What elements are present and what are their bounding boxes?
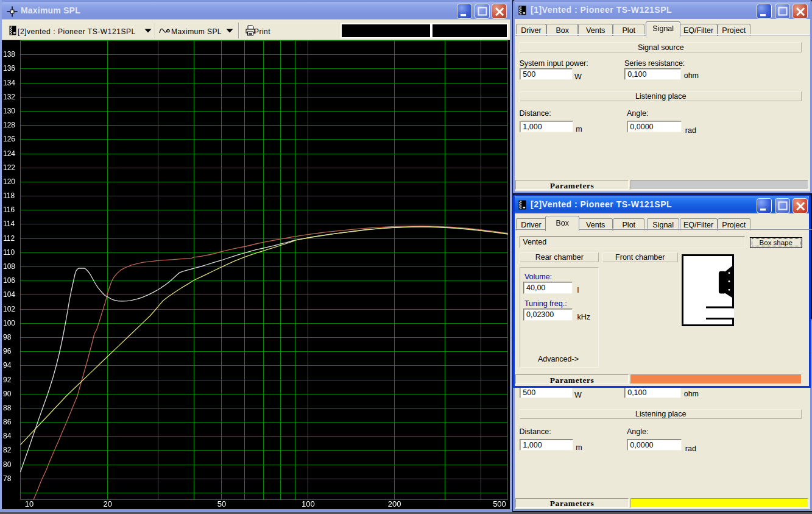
svg-text:86: 86 bbox=[3, 418, 12, 426]
svg-text:92: 92 bbox=[3, 376, 12, 384]
svg-text:500: 500 bbox=[493, 499, 506, 509]
svg-text:84: 84 bbox=[3, 432, 12, 440]
svg-text:132: 132 bbox=[3, 93, 15, 101]
svg-text:82: 82 bbox=[3, 446, 12, 454]
svg-text:80: 80 bbox=[3, 460, 12, 469]
svg-text:100: 100 bbox=[3, 319, 15, 327]
svg-text:50: 50 bbox=[217, 499, 226, 509]
svg-text:90: 90 bbox=[3, 390, 12, 398]
svg-text:88: 88 bbox=[3, 404, 12, 412]
svg-text:20: 20 bbox=[103, 499, 111, 509]
svg-text:122: 122 bbox=[3, 163, 15, 172]
svg-text:124: 124 bbox=[3, 149, 15, 158]
svg-text:128: 128 bbox=[3, 121, 15, 129]
svg-text:138: 138 bbox=[3, 50, 15, 59]
svg-text:110: 110 bbox=[3, 248, 15, 257]
svg-text:100: 100 bbox=[302, 499, 315, 509]
svg-text:108: 108 bbox=[3, 262, 15, 271]
svg-text:112: 112 bbox=[3, 234, 15, 243]
svg-text:126: 126 bbox=[3, 135, 15, 143]
svg-text:120: 120 bbox=[3, 177, 15, 186]
svg-text:114: 114 bbox=[3, 220, 15, 228]
svg-text:200: 200 bbox=[388, 499, 401, 509]
svg-text:134: 134 bbox=[3, 79, 15, 87]
svg-text:96: 96 bbox=[3, 347, 12, 355]
svg-text:136: 136 bbox=[3, 64, 15, 73]
svg-text:116: 116 bbox=[3, 205, 15, 214]
svg-text:118: 118 bbox=[3, 191, 15, 200]
svg-text:98: 98 bbox=[3, 333, 12, 341]
svg-text:104: 104 bbox=[3, 290, 15, 299]
svg-text:10: 10 bbox=[25, 499, 34, 509]
svg-text:94: 94 bbox=[3, 361, 12, 369]
svg-text:106: 106 bbox=[3, 276, 15, 285]
svg-text:102: 102 bbox=[3, 305, 15, 313]
svg-text:130: 130 bbox=[3, 107, 15, 115]
svg-text:78: 78 bbox=[3, 474, 12, 483]
